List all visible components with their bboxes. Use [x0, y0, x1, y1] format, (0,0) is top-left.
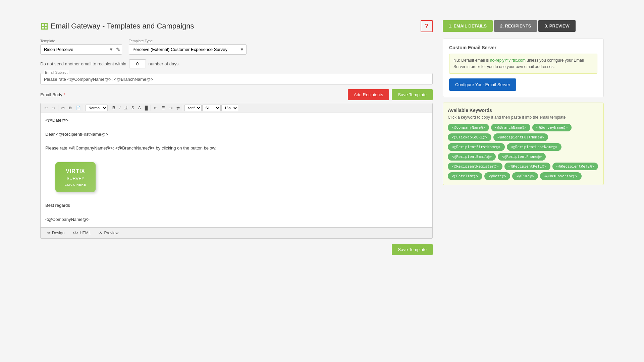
- editor-footer: ✏ Design </> HTML 👁 Preview: [41, 227, 432, 238]
- toolbar-font-select[interactable]: serif: [184, 105, 202, 111]
- help-button[interactable]: ?: [421, 20, 433, 32]
- subject-field-group: Email Subject: [40, 73, 433, 84]
- toolbar-italic[interactable]: I: [118, 105, 122, 111]
- keyword-tag[interactable]: <@RecipientLastName@>: [507, 143, 561, 151]
- editor-body-text: Please rate <@CompanyName@>: <@BranchNam…: [45, 145, 428, 152]
- keyword-tag[interactable]: <@RecipientRef1@>: [504, 163, 550, 170]
- keyword-tag[interactable]: <@RecipientEmail@>: [448, 153, 496, 161]
- template-label: Template: [40, 39, 122, 43]
- save-bottom-row: Save Template: [40, 244, 433, 255]
- html-icon: </>: [72, 231, 78, 235]
- editor-body[interactable]: <@Date@> Dear <@RecipientFirstName@> Ple…: [41, 113, 432, 227]
- keyword-tag[interactable]: <@Time@>: [512, 172, 538, 180]
- toolbar-format-select[interactable]: Normal: [86, 105, 108, 111]
- survey-button: VIRTIX SURVEY CLICK HERE: [55, 162, 96, 192]
- toolbar-justify[interactable]: ⇄: [175, 105, 181, 111]
- toolbar-separator-1: [58, 105, 58, 111]
- template-row: Template Rison Perceive ▼ ✎ Template Typ…: [40, 39, 433, 55]
- email-body-header: Email Body * Add Recipients Save Templat…: [40, 89, 433, 100]
- template-type-field-group: Template Type Perceive (External) Custom…: [129, 39, 247, 55]
- left-panel: ⊞ Email Gateway - Templates and Campaign…: [40, 20, 433, 255]
- logo-icon: ⊞: [40, 21, 47, 32]
- steps-tabs: 1. EMAIL DETAILS 2. RECIPIENTS 3. PREVIE…: [443, 20, 604, 32]
- days-suffix-text: number of days.: [149, 61, 180, 66]
- template-type-select-wrapper[interactable]: Perceive (External) Customer Experience …: [129, 44, 247, 55]
- toolbar-align-center[interactable]: ☰: [160, 105, 167, 111]
- configure-server-button[interactable]: Configure Your Email Server: [449, 78, 516, 91]
- toolbar-align-left[interactable]: ⇤: [152, 105, 159, 111]
- survey-btn-title: VIRTIX: [65, 167, 86, 176]
- custom-email-server-card: Custom Email Server NB: Default email is…: [443, 39, 604, 97]
- editor-tab-design[interactable]: ✏ Design: [44, 229, 68, 237]
- toolbar-undo[interactable]: ↩: [43, 105, 49, 111]
- editor-toolbar: ↩ ↪ ✂ ⧉ 📄 Normal B I U S A █ ⇤ ☰: [41, 103, 432, 113]
- required-marker: *: [63, 92, 65, 97]
- keyword-tag[interactable]: <@Unsubscribe@>: [540, 172, 581, 180]
- toolbar-cut[interactable]: ✂: [60, 105, 66, 111]
- survey-btn-click: CLICK HERE: [65, 182, 86, 187]
- editor-date-line: <@Date@>: [45, 117, 428, 124]
- keyword-tag[interactable]: <@RecipientRegister@>: [448, 163, 502, 170]
- keyword-tag[interactable]: <@RecipientRef2@>: [552, 163, 598, 170]
- page-title: Email Gateway - Templates and Campaigns: [51, 22, 194, 31]
- toolbar-separator-3: [109, 105, 109, 111]
- keywords-grid: <@CompanyName@><@BranchName@><@SurveyNam…: [448, 124, 599, 180]
- toolbar-bold[interactable]: B: [111, 105, 117, 111]
- survey-btn-subtitle: SURVEY: [66, 176, 84, 181]
- keyword-tag[interactable]: <@RecipientFirstName@>: [448, 143, 505, 151]
- toolbar-separator-4: [151, 105, 151, 111]
- survey-button-container: VIRTIX SURVEY CLICK HERE: [45, 162, 428, 192]
- toolbar-align-right[interactable]: ⇥: [167, 105, 174, 111]
- save-template-button-top[interactable]: Save Template: [392, 89, 433, 100]
- days-row: Do not send another email to recipient w…: [40, 59, 433, 68]
- toolbar-separator-5: [183, 105, 183, 111]
- keyword-tag[interactable]: <@DateTime@>: [448, 172, 482, 180]
- step-tab-3[interactable]: 3. PREVIEW: [538, 20, 575, 32]
- template-field-group: Template Rison Perceive ▼ ✎: [40, 39, 122, 55]
- custom-email-server-title: Custom Email Server: [449, 45, 597, 50]
- keyword-tag[interactable]: <@Date@>: [484, 172, 510, 180]
- days-input[interactable]: [129, 59, 146, 68]
- toolbar-strikethrough[interactable]: S: [130, 105, 136, 111]
- toolbar-underline[interactable]: U: [123, 105, 129, 111]
- editor-signature: <@CompanyName@>: [45, 216, 428, 223]
- toolbar-font-color[interactable]: A: [137, 105, 143, 111]
- editor-closing: Best regards: [45, 202, 428, 209]
- right-panel: 1. EMAIL DETAILS 2. RECIPIENTS 3. PREVIE…: [443, 20, 604, 255]
- save-template-button-bottom[interactable]: Save Template: [392, 244, 433, 255]
- toolbar-highlight[interactable]: █: [143, 105, 150, 111]
- subject-label: Email Subject: [44, 70, 69, 74]
- keyword-tag[interactable]: <@BranchName@>: [491, 124, 530, 131]
- toolbar-separator-2: [84, 105, 84, 111]
- template-edit-button[interactable]: ✎: [115, 47, 122, 53]
- email-body-label: Email Body *: [40, 92, 65, 97]
- keyword-tag[interactable]: <@RecipientFullName@>: [493, 133, 548, 141]
- template-type-label: Template Type: [129, 39, 247, 43]
- email-body-actions: Add Recipients Save Template: [348, 89, 433, 100]
- days-prefix-text: Do not send another email to recipient w…: [40, 61, 126, 66]
- editor-tab-preview[interactable]: 👁 Preview: [95, 229, 122, 237]
- template-select-wrapper[interactable]: Rison Perceive ▼ ✎: [40, 44, 122, 55]
- keyword-tag[interactable]: <@ClickableURL@>: [448, 133, 491, 141]
- step-tab-2[interactable]: 2. RECIPIENTS: [494, 20, 537, 32]
- add-recipients-button[interactable]: Add Recipients: [348, 89, 389, 100]
- step-tab-1[interactable]: 1. EMAIL DETAILS: [443, 20, 493, 32]
- keyword-tag[interactable]: <@CompanyName@>: [448, 124, 489, 131]
- toolbar-size-select[interactable]: Si...: [202, 105, 221, 111]
- preview-icon: 👁: [99, 231, 103, 235]
- toolbar-paste[interactable]: 📄: [74, 105, 83, 111]
- subject-input[interactable]: [40, 73, 433, 84]
- toolbar-size-px-select[interactable]: 16px: [221, 105, 238, 111]
- editor-greeting: Dear <@RecipientFirstName@>: [45, 131, 428, 138]
- toolbar-copy[interactable]: ⧉: [67, 105, 73, 111]
- email-link[interactable]: no-reply@virtlx.com: [490, 58, 526, 63]
- title-row: ⊞ Email Gateway - Templates and Campaign…: [40, 20, 433, 32]
- keyword-tag[interactable]: <@SurveyName@>: [532, 124, 572, 131]
- template-type-select[interactable]: Perceive (External) Customer Experience …: [129, 45, 238, 54]
- editor-tab-html[interactable]: </> HTML: [69, 229, 94, 237]
- keyword-tag[interactable]: <@RecipientPhone@>: [498, 153, 546, 161]
- template-select[interactable]: Rison Perceive: [41, 45, 108, 54]
- toolbar-redo[interactable]: ↪: [50, 105, 57, 111]
- email-editor: ↩ ↪ ✂ ⧉ 📄 Normal B I U S A █ ⇤ ☰: [40, 103, 433, 239]
- design-icon: ✏: [47, 231, 51, 235]
